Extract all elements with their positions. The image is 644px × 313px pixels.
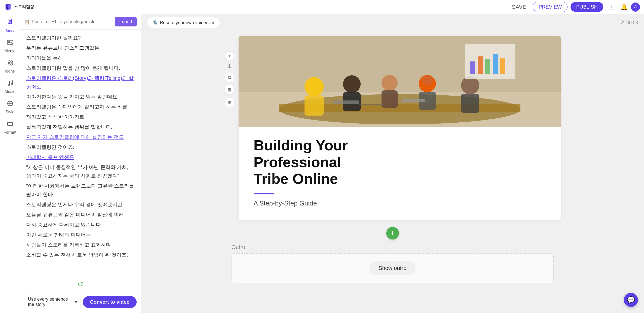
story-line[interactable]: 지금 제가 스토리텔링에 대해 설명하는 것도 (26, 132, 135, 142)
svg-rect-8 (7, 40, 13, 44)
story-line[interactable]: 다시 중요하게 다뤄지고 있습니다. (26, 220, 135, 230)
story-line[interactable]: "세상은 이미 물질적인 부가 아닌 문화와 가치, 생각이 중요해지는 꿈의 … (26, 162, 135, 181)
url-input[interactable] (32, 19, 113, 24)
story-content: 스토리텔링이란 뭘까요?우리는 유튜브나 인스타그램같은미디어들을 통해스토리텔… (20, 30, 141, 278)
story-line[interactable]: 우리는 유튜브나 인스타그램같은 (26, 43, 135, 53)
outro-section: Outro Show outro (232, 244, 554, 283)
story-label: Story (6, 28, 14, 33)
story-line[interactable]: 이야기한다는 뜻을 가지고 있는 말인데요. (26, 92, 135, 102)
svg-rect-41 (402, 99, 425, 102)
svg-point-30 (343, 75, 361, 93)
add-slide-button[interactable]: + (386, 227, 399, 239)
music-label: Music (5, 89, 15, 94)
publish-button[interactable]: PUBLISH (571, 2, 603, 12)
media-label: Media (5, 49, 16, 53)
main-layout: Story Media Icons (0, 14, 644, 313)
sidebar-item-format[interactable]: Format (1, 118, 19, 137)
mic-icon: 🎙️ (152, 20, 158, 25)
format-icon (7, 120, 14, 129)
convert-button[interactable]: Convert to video (83, 296, 137, 308)
icons-icon (7, 59, 14, 68)
slide-wrapper: + 1 ⧉ 🗑 ⊕ (224, 36, 561, 220)
logo: 스토리텔링 (4, 3, 34, 11)
canvas-topbar: 🎙️ Record your own voiceover ⏱ 00:03 (141, 14, 644, 31)
import-button[interactable]: Import (115, 17, 137, 26)
use-every-select[interactable]: Use every sentence the story ▾ (24, 294, 81, 310)
show-outro-button[interactable]: Show outro (369, 261, 415, 275)
svg-rect-40 (359, 104, 385, 105)
story-line[interactable]: 이런 새로운 형태의 미디어는 (26, 230, 135, 240)
story-line[interactable]: 스토리텔링이란 말을 참 많이 듣게 됩니다. (26, 63, 135, 73)
url-bar: 📋 Import (20, 14, 141, 30)
use-every-label: Use every sentence the story (28, 297, 75, 307)
svg-point-11 (11, 61, 13, 63)
format-label: Format (4, 130, 16, 135)
preview-button[interactable]: PREVIEW (533, 2, 567, 12)
slide-title-line1: Building Your (254, 137, 348, 153)
svg-rect-45 (485, 59, 490, 74)
story-line[interactable]: 스토리텔링은 스토리(Story)와 텔링(Telling)의 합성어로 (26, 73, 135, 92)
slide-title-line2: Professional (254, 154, 341, 170)
story-line[interactable]: 재미있고 생생한 이야기로 (26, 112, 135, 122)
style-label: Style (6, 110, 15, 114)
story-line[interactable]: 스토리텔링이란 뭘까요? (26, 33, 135, 43)
svg-rect-38 (461, 94, 479, 113)
story-line[interactable]: 사람들이 스토리를 기록하고 표현하며 (26, 240, 135, 250)
sidebar-item-style[interactable]: Style (1, 97, 19, 117)
story-panel: 📋 Import 스토리텔링이란 뭘까요?우리는 유튜브나 인스타그램같은미디어… (20, 14, 141, 313)
slide-card[interactable]: Building Your Professional Tribe Online … (239, 36, 561, 220)
bell-icon[interactable]: 🔔 (620, 4, 628, 11)
delete-slide-button[interactable]: 🗑 (224, 85, 235, 95)
add-before-button[interactable]: + (225, 51, 234, 60)
slide-subtitle: A Step-by-Step Guide (254, 199, 546, 207)
story-line[interactable]: 스토리텔링은 상대방에게 알리고자 하는 바를 (26, 102, 135, 112)
story-icon (7, 19, 14, 27)
story-line[interactable]: 설득력있게 전달하는 행위를 말합니다. (26, 122, 135, 132)
canvas-timer: 00:03 (627, 20, 638, 25)
svg-rect-33 (382, 90, 398, 108)
svg-rect-43 (470, 61, 475, 74)
voiceover-button[interactable]: 🎙️ Record your own voiceover (147, 17, 220, 28)
svg-line-18 (10, 81, 13, 81)
story-line[interactable]: 미디어들을 통해 (26, 53, 135, 63)
chat-icon: 💬 (627, 296, 635, 304)
icons-label: Icons (5, 69, 15, 74)
story-line[interactable]: 오늘날 유튜브와 같은 미디어의 발전에 의해 (26, 210, 135, 220)
left-sidebar: Story Media Icons (0, 14, 20, 313)
slide-number: 1 (228, 63, 231, 69)
sidebar-item-story[interactable]: Story (1, 16, 19, 35)
sidebar-item-media[interactable]: Media (1, 36, 19, 56)
story-bottom: Use every sentence the story ▾ Convert t… (20, 291, 141, 313)
slide-more-button[interactable]: ⊕ (224, 97, 235, 107)
sidebar-item-music[interactable]: Music (1, 77, 19, 96)
svg-rect-39 (334, 100, 359, 104)
slide-title-line3: Tribe Online (254, 170, 338, 187)
svg-point-12 (8, 63, 10, 65)
app-title: 스토리텔링 (14, 4, 34, 10)
svg-rect-44 (478, 56, 483, 74)
svg-point-10 (8, 61, 10, 63)
svg-point-28 (305, 77, 324, 96)
timer-container: ⏱ 00:03 (621, 20, 638, 25)
svg-point-13 (11, 63, 13, 65)
slide-controls-left: + 1 ⧉ 🗑 ⊕ (224, 36, 235, 107)
avatar[interactable]: J (631, 3, 640, 12)
svg-point-35 (422, 76, 433, 85)
refresh-button[interactable]: ↺ (78, 280, 83, 289)
more-options-button[interactable]: ⋮ (606, 3, 617, 12)
story-line[interactable]: "이러한 사회에서는 브랜드보다 고유한 스토리를 팔아야 한다" (26, 181, 135, 199)
story-line[interactable]: 소비할 수 있는 전혀 새로운 방법이 된 것이죠. (26, 250, 135, 260)
canvas-scroll[interactable]: + 1 ⧉ 🗑 ⊕ (141, 31, 644, 313)
copy-slide-button[interactable]: ⧉ (224, 72, 235, 82)
outro-card: Show outro (232, 253, 554, 283)
save-button[interactable]: SAVE (508, 2, 530, 12)
story-line[interactable]: 미래학자 롤프 옌센은 (26, 152, 135, 162)
story-line[interactable]: 스토리텔링인 것이죠. (26, 142, 135, 152)
topbar: 스토리텔링 SAVE PREVIEW PUBLISH ⋮ 🔔 J (0, 0, 644, 14)
slide-content-area: Building Your Professional Tribe Online … (239, 127, 561, 220)
story-line[interactable]: 스토리텔링은 언제나 우리 곁에 있어왔지만 (26, 199, 135, 210)
svg-point-32 (382, 75, 398, 91)
sidebar-item-icons[interactable]: Icons (1, 57, 19, 76)
chat-widget[interactable]: 💬 (624, 293, 638, 307)
url-icon: 📋 (24, 19, 30, 25)
